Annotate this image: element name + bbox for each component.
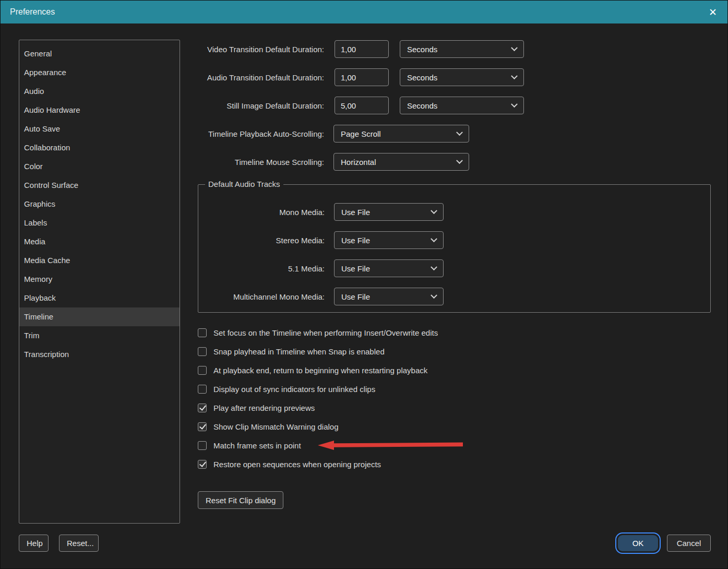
sidebar-item-memory[interactable]: Memory xyxy=(19,270,180,289)
checkbox-label: Match frame sets in point xyxy=(213,441,301,450)
chevron-down-icon xyxy=(431,207,437,214)
chevron-down-icon xyxy=(511,101,518,108)
checkbox-label: Restore open sequences when opening proj… xyxy=(213,460,381,469)
form-row-5-1-media: 5.1 Media:Use File xyxy=(198,259,710,277)
checkbox-play-after-rendering-previews[interactable] xyxy=(198,404,207,412)
field-label: Mono Media: xyxy=(198,208,330,217)
close-icon[interactable]: ✕ xyxy=(709,7,717,17)
sidebar-item-control-surface[interactable]: Control Surface xyxy=(19,176,180,195)
timeline-mouse-scrolling-select[interactable]: Horizontal xyxy=(333,153,469,171)
reset-button[interactable]: Reset... xyxy=(59,535,99,552)
sidebar-item-appearance[interactable]: Appearance xyxy=(19,63,180,82)
checkbox-label: Set focus on the Timeline when performin… xyxy=(213,328,438,337)
chevron-down-icon xyxy=(431,264,437,270)
form-row-multichannel-mono-media: Multichannel Mono Media:Use File xyxy=(198,288,710,305)
sidebar-item-playback[interactable]: Playback xyxy=(19,289,180,307)
sidebar-item-labels[interactable]: Labels xyxy=(19,214,180,232)
timeline-playback-auto-scrolling-select[interactable]: Page Scroll xyxy=(333,125,469,143)
sidebar-item-color[interactable]: Color xyxy=(19,157,180,176)
chevron-down-icon xyxy=(456,157,463,164)
titlebar: Preferences ✕ xyxy=(1,1,727,23)
field-label: Video Transition Default Duration: xyxy=(198,45,329,54)
field-label: 5.1 Media: xyxy=(198,264,330,273)
sidebar-item-collaboration[interactable]: Collaboration xyxy=(19,138,180,157)
chevron-down-icon xyxy=(431,292,437,299)
checkbox-match-frame-sets-in-point[interactable] xyxy=(198,441,207,450)
multichannel-mono-media-select[interactable]: Use File xyxy=(334,288,444,305)
audio-track-rows: Mono Media:Use FileStereo Media:Use File… xyxy=(198,203,710,305)
window-title: Preferences xyxy=(10,7,55,17)
checkbox-show-clip-mismatch-warning-dialog[interactable] xyxy=(198,422,207,431)
checkbox-restore-open-sequences-when-opening-projects[interactable] xyxy=(198,460,207,469)
sidebar-item-audio[interactable]: Audio xyxy=(19,82,180,101)
selected-value: Use File xyxy=(341,264,370,273)
sidebar-item-timeline[interactable]: Timeline xyxy=(19,307,180,326)
chevron-down-icon xyxy=(456,129,463,136)
sidebar-item-general[interactable]: General xyxy=(19,44,180,63)
checkbox-row-at-playback-end-return-to-beginning-when-restarting-playback: At playback end, return to beginning whe… xyxy=(198,365,712,375)
checkbox-label: At playback end, return to beginning whe… xyxy=(213,366,427,375)
checkbox-label: Snap playhead in Timeline when Snap is e… xyxy=(213,347,385,356)
checkbox-label: Play after rendering previews xyxy=(213,404,315,412)
selected-value: Use File xyxy=(341,236,370,245)
form-row-mono-media: Mono Media:Use File xyxy=(198,203,710,221)
selected-value: Seconds xyxy=(407,73,437,82)
selected-value: Use File xyxy=(341,208,370,217)
form-row-video-transition-default-duration: Video Transition Default Duration:Second… xyxy=(198,40,712,58)
field-label: Stereo Media: xyxy=(198,236,330,245)
field-label: Audio Transition Default Duration: xyxy=(198,73,329,82)
sidebar-item-trim[interactable]: Trim xyxy=(19,326,180,345)
5-1-media-select[interactable]: Use File xyxy=(334,259,444,277)
selected-value: Use File xyxy=(341,292,370,301)
scroll-rows: Timeline Playback Auto-Scrolling:Page Sc… xyxy=(198,125,712,171)
audio-transition-default-duration-unit-select[interactable]: Seconds xyxy=(400,68,524,86)
sidebar-item-graphics[interactable]: Graphics xyxy=(19,195,180,214)
chevron-down-icon xyxy=(511,73,518,79)
checkbox-display-out-of-sync-indicators-for-unlinked-clips[interactable] xyxy=(198,385,207,394)
reset-fit-clip-button[interactable]: Reset Fit Clip dialog xyxy=(198,491,283,509)
form-row-still-image-default-duration: Still Image Default Duration:Seconds xyxy=(198,97,712,114)
selected-value: Horizontal xyxy=(341,158,376,167)
checkbox-label: Show Clip Mismatch Warning dialog xyxy=(213,422,339,431)
mono-media-select[interactable]: Use File xyxy=(334,203,444,221)
form-row-audio-transition-default-duration: Audio Transition Default Duration:Second… xyxy=(198,68,712,86)
field-label: Timeline Playback Auto-Scrolling: xyxy=(198,129,329,138)
audio-transition-default-duration-input[interactable] xyxy=(335,68,389,86)
sidebar-item-media[interactable]: Media xyxy=(19,232,180,251)
checkbox-row-display-out-of-sync-indicators-for-unlinked-clips: Display out of sync indicators for unlin… xyxy=(198,384,712,394)
still-image-default-duration-unit-select[interactable]: Seconds xyxy=(400,97,524,114)
ok-button-focus-ring: OK xyxy=(615,532,661,554)
checkbox-set-focus-on-the-timeline-when-performing-insert-overwrite-edits[interactable] xyxy=(198,328,207,337)
checkbox-row-restore-open-sequences-when-opening-projects: Restore open sequences when opening proj… xyxy=(198,459,712,469)
checkbox-at-playback-end-return-to-beginning-when-restarting-playback[interactable] xyxy=(198,366,207,375)
checkbox-row-show-clip-mismatch-warning-dialog: Show Clip Mismatch Warning dialog xyxy=(198,421,712,432)
default-audio-tracks-group: Default Audio Tracks Mono Media:Use File… xyxy=(198,184,711,313)
form-row-stereo-media: Stereo Media:Use File xyxy=(198,231,710,249)
preferences-dialog: Preferences ✕ GeneralAppearanceAudioAudi… xyxy=(0,0,728,569)
checkbox-snap-playhead-in-timeline-when-snap-is-enabled[interactable] xyxy=(198,347,207,356)
sidebar-item-auto-save[interactable]: Auto Save xyxy=(19,120,180,138)
duration-rows: Video Transition Default Duration:Second… xyxy=(198,40,712,114)
still-image-default-duration-input[interactable] xyxy=(335,97,389,114)
sidebar-item-audio-hardware[interactable]: Audio Hardware xyxy=(19,101,180,120)
form-row-timeline-playback-auto-scrolling: Timeline Playback Auto-Scrolling:Page Sc… xyxy=(198,125,712,143)
video-transition-default-duration-unit-select[interactable]: Seconds xyxy=(400,40,524,58)
sidebar-list: GeneralAppearanceAudioAudio HardwareAuto… xyxy=(19,40,180,524)
help-button[interactable]: Help xyxy=(19,535,49,552)
checkbox-label: Display out of sync indicators for unlin… xyxy=(213,385,375,394)
chevron-down-icon xyxy=(511,44,518,51)
selected-value: Seconds xyxy=(407,101,437,110)
cancel-button[interactable]: Cancel xyxy=(667,535,711,552)
ok-button[interactable]: OK xyxy=(618,535,658,551)
video-transition-default-duration-input[interactable] xyxy=(335,40,389,58)
field-label: Multichannel Mono Media: xyxy=(198,292,330,301)
stereo-media-select[interactable]: Use File xyxy=(334,231,444,249)
form-row-timeline-mouse-scrolling: Timeline Mouse Scrolling:Horizontal xyxy=(198,153,712,171)
checkbox-row-set-focus-on-the-timeline-when-performing-insert-overwrite-edits: Set focus on the Timeline when performin… xyxy=(198,327,712,338)
sidebar-item-media-cache[interactable]: Media Cache xyxy=(19,251,180,270)
sidebar-item-transcription[interactable]: Transcription xyxy=(19,345,180,364)
checkbox-row-snap-playhead-in-timeline-when-snap-is-enabled: Snap playhead in Timeline when Snap is e… xyxy=(198,346,712,357)
arrow-shape xyxy=(318,441,463,450)
field-label: Still Image Default Duration: xyxy=(198,101,329,110)
selected-value: Page Scroll xyxy=(341,129,381,138)
